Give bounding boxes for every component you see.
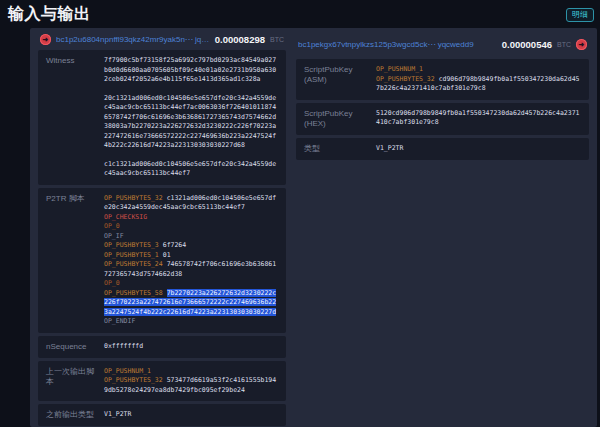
opcode-op_pushbytes_32: OP_PUSHBYTES_32 [376, 75, 435, 83]
field-line: OP_PUSHBYTES_24 746578742f706c61696e3b63… [104, 260, 278, 279]
output-fields: ScriptPubKey (ASM)OP_PUSHNUM_1OP_PUSHBYT… [296, 59, 589, 163]
field-value-scriptpubkey-hex: 5120cd906d798b9849fb0a1f550347230da62d45… [376, 109, 581, 129]
field-line: V1_P2TR [376, 144, 581, 154]
opcode-op_pushbytes_1: OP_PUSHBYTES_1 [104, 251, 159, 259]
field-line: 20c1321ad006ed0c104506e5e657dfe20c342a45… [104, 94, 278, 151]
field-line: V1_P2TR [104, 410, 278, 420]
hex-text: c1c1321ad006ed0c104506e5e657dfe20c342a45… [104, 160, 276, 178]
field-line: OP_ENDIF [104, 317, 278, 327]
opcode-op_pushbytes_32: OP_PUSHBYTES_32 [104, 376, 163, 384]
input-amount: 0.00008298 [215, 34, 265, 45]
hex-text: 6f7264 [163, 241, 186, 249]
hex-text: V1_P2TR [376, 144, 403, 152]
field-scriptpubkey-asm: ScriptPubKey (ASM)OP_PUSHNUM_1OP_PUSHBYT… [296, 59, 589, 100]
opcode-op_if: OP_IF [104, 232, 124, 240]
field-label-nsequence: nSequence [46, 342, 104, 352]
hex-text: 7f7900c5bf73158f25a6992c797bd0293ac84549… [104, 56, 276, 83]
field-prev-output-type: 之前输出类型V1_P2TR [38, 404, 286, 426]
output-currency-label: BTC [557, 41, 571, 48]
field-value-type: V1_P2TR [376, 144, 581, 154]
field-line: OP_0 [104, 222, 278, 232]
opcode-op_checksig: OP_CHECKSIG [104, 213, 147, 221]
field-label-type: 类型 [304, 144, 376, 154]
input-column: ➜ bc1p2u6804npnffl93qkz42mr9yak5n⋯ jqe51… [38, 34, 286, 421]
hex-text: V1_P2TR [104, 410, 131, 418]
opcode-op_pushnum_1: OP_PUSHNUM_1 [104, 367, 151, 375]
field-value-witness: 7f7900c5bf73158f25a6992c797bd0293ac84549… [104, 56, 278, 179]
opcode-op_pushbytes_3: OP_PUSHBYTES_3 [104, 241, 159, 249]
transaction-io-page: 输入与输出 明细 ➜ bc1p2u6804npnffl93qkz42mr9yak… [0, 0, 600, 427]
field-type: 类型V1_P2TR [296, 138, 589, 160]
output-address-row: bc1pekgx67vtnpylkzs125p3wgcd5ck⋯ yqcwedd… [296, 34, 589, 54]
field-scriptpubkey-hex: ScriptPubKey (HEX)5120cd906d798b9849fb0a… [296, 103, 589, 135]
field-nsequence: nSequence0xfffffffd [38, 336, 286, 358]
field-line: 7f7900c5bf73158f25a6992c797bd0293ac84549… [104, 56, 278, 85]
field-line: OP_PUSHBYTES_1 01 [104, 251, 278, 261]
opcode-op_pushbytes_58: OP_PUSHBYTES_58 [104, 289, 163, 297]
field-value-prev-output-script: OP_PUSHNUM_1OP_PUSHBYTES_32 573477d6619a… [104, 367, 278, 396]
field-line: OP_PUSHBYTES_58 7b2270223a226272632d3230… [104, 289, 278, 318]
input-fields: Witness7f7900c5bf73158f25a6992c797bd0293… [38, 50, 286, 427]
input-arrow-icon[interactable]: ➜ [40, 34, 51, 45]
field-line: c1c1321ad006ed0c104506e5e657dfe20c342a45… [104, 160, 278, 179]
field-prev-output-script: 上一次输出脚本OP_PUSHNUM_1OP_PUSHBYTES_32 57347… [38, 361, 286, 402]
field-line: OP_PUSHBYTES_3 6f7264 [104, 241, 278, 251]
field-line: OP_0 [104, 279, 278, 289]
opcode-op_pushbytes_32: OP_PUSHBYTES_32 [104, 194, 163, 202]
topbar: 输入与输出 明细 [0, 0, 600, 28]
field-line: OP_PUSHBYTES_32 573477d6619a53f2c4161555… [104, 376, 278, 395]
field-line: OP_IF [104, 232, 278, 242]
opcode-op_0: OP_0 [104, 222, 120, 230]
field-value-nsequence: 0xfffffffd [104, 342, 278, 352]
hex-text: 5120cd906d798b9849fb0a1f550347230da62d45… [376, 109, 580, 127]
field-value-scriptpubkey-asm: OP_PUSHNUM_1OP_PUSHBYTES_32 cd906d798b98… [376, 65, 581, 94]
hex-text: 01 [163, 251, 171, 259]
opcode-op_0: OP_0 [104, 279, 120, 287]
field-label-witness: Witness [46, 56, 104, 179]
page-title: 输入与输出 [8, 4, 91, 25]
opcode-op_endif: OP_ENDIF [104, 317, 135, 325]
field-label-scriptpubkey-asm: ScriptPubKey (ASM) [304, 65, 376, 94]
io-panel: ➜ bc1p2u6804npnffl93qkz42mr9yak5n⋯ jqe51… [30, 28, 597, 427]
output-amount: 0.00000546 [502, 39, 552, 50]
input-address-row: ➜ bc1p2u6804npnffl93qkz42mr9yak5n⋯ jqe51… [38, 34, 286, 45]
hex-text: 20c1321ad006ed0c104506e5e657dfe20c342a45… [104, 94, 276, 150]
details-button[interactable]: 明细 [566, 8, 594, 22]
field-line: 5120cd906d798b9849fb0a1f550347230da62d45… [376, 109, 581, 128]
output-address-link[interactable]: bc1pekgx67vtnpylkzs125p3wgcd5ck⋯ yqcwedd… [298, 40, 497, 49]
field-label-p2tr-script: P2TR 脚本 [46, 194, 104, 327]
field-label-prev-output-type: 之前输出类型 [46, 410, 104, 420]
output-column: bc1pekgx67vtnpylkzs125p3wgcd5ck⋯ yqcwedd… [296, 34, 589, 421]
field-line: OP_CHECKSIG [104, 213, 278, 223]
field-line: OP_PUSHBYTES_32 c1321ad006ed0c104506e5e6… [104, 194, 278, 213]
field-label-scriptpubkey-hex: ScriptPubKey (HEX) [304, 109, 376, 129]
field-p2tr-script: P2TR 脚本OP_PUSHBYTES_32 c1321ad006ed0c104… [38, 188, 286, 333]
field-line: 0xfffffffd [104, 342, 278, 352]
field-label-prev-output-script: 上一次输出脚本 [46, 367, 104, 396]
opcode-op_pushbytes_24: OP_PUSHBYTES_24 [104, 260, 163, 268]
field-value-p2tr-script: OP_PUSHBYTES_32 c1321ad006ed0c104506e5e6… [104, 194, 278, 327]
input-currency-label: BTC [270, 36, 284, 43]
opcode-op_pushnum_1: OP_PUSHNUM_1 [376, 65, 423, 73]
field-value-prev-output-type: V1_P2TR [104, 410, 278, 420]
field-line: OP_PUSHNUM_1 [104, 367, 278, 377]
field-line: OP_PUSHNUM_1 [376, 65, 581, 75]
input-address-link[interactable]: bc1p2u6804npnffl93qkz42mr9yak5n⋯ jqe51d8… [56, 35, 210, 44]
hex-text: 0xfffffffd [104, 342, 143, 350]
field-line: OP_PUSHBYTES_32 cd906d798b9849fb0a1f5503… [376, 75, 581, 94]
output-arrow-icon[interactable]: ➜ [576, 39, 587, 50]
field-witness: Witness7f7900c5bf73158f25a6992c797bd0293… [38, 50, 286, 185]
